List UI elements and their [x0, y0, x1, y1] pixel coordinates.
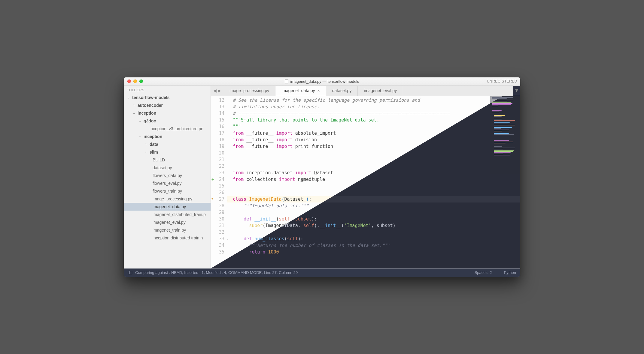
code-line[interactable]: # limitations under the License.	[227, 104, 520, 110]
chevron-down-icon[interactable]: ⌄	[127, 96, 130, 99]
status-bar: Comparing against : HEAD, Inserted : 1, …	[124, 268, 520, 277]
gutter-line-number[interactable]: 35	[211, 249, 227, 255]
gutter-line-number[interactable]: 34	[211, 242, 227, 249]
gutter-line-number[interactable]: 13	[211, 104, 227, 110]
chevron-down-icon[interactable]: ⌄	[132, 111, 136, 115]
minimap[interactable]	[490, 96, 520, 174]
gutter-line-number[interactable]: 21	[211, 156, 227, 163]
code-line[interactable]: # ======================================…	[227, 110, 520, 117]
tree-item[interactable]: image_processing.py	[124, 195, 211, 203]
code-line[interactable]: """Returns the number of classes in the …	[227, 242, 520, 249]
code-line[interactable]	[227, 163, 520, 170]
code-line[interactable]: from __future__ import absolute_import	[227, 130, 520, 136]
tree-item[interactable]: imagenet_distributed_train.p	[124, 211, 211, 218]
gutter-line-number[interactable]: 33⌄	[211, 236, 227, 242]
code-line[interactable]	[227, 189, 520, 196]
gutter-line-number[interactable]: 23	[211, 170, 227, 176]
code-line[interactable]: class ImagenetData(Dataset_):	[227, 196, 520, 202]
zoom-window-button[interactable]	[139, 80, 143, 83]
minimize-window-button[interactable]	[133, 80, 137, 83]
code-line[interactable]: from collections import namedtuple	[227, 176, 520, 183]
gutter-line-number[interactable]: 17	[211, 130, 227, 136]
code-line[interactable]: """	[227, 123, 520, 130]
tree-item[interactable]: BUILD	[124, 156, 211, 164]
tab-history-arrows[interactable]: ◀ ▶	[211, 86, 223, 96]
gutter-line-number[interactable]: 27⌄	[211, 196, 227, 202]
tree-item[interactable]: inception_v3_architecture.pn	[124, 125, 211, 133]
tree-item[interactable]: flowers_eval.py	[124, 179, 211, 187]
close-window-button[interactable]	[127, 80, 131, 83]
code-line[interactable]	[227, 209, 520, 216]
tree-item[interactable]: dataset.py	[124, 164, 211, 172]
tab-overflow-button[interactable]: ▼	[513, 86, 520, 96]
chevron-down-icon[interactable]: ⌄	[138, 119, 142, 123]
gutter-line-number[interactable]: 19	[211, 143, 227, 150]
gutter-line-number[interactable]: 31	[211, 222, 227, 229]
tree-item[interactable]: ›data	[124, 140, 211, 148]
chevron-right-icon[interactable]: ›	[144, 150, 148, 154]
tree-item[interactable]: ⌄inception	[124, 109, 211, 117]
code-line[interactable]	[227, 156, 520, 163]
tab[interactable]: dataset.py	[326, 86, 358, 96]
tree-item-label: imagenet_data.py	[153, 204, 186, 209]
tab-forward-icon[interactable]: ▶	[218, 88, 221, 93]
editor-window: imagenet_data.py — tensorflow-models UNR…	[124, 77, 520, 277]
gutter-line-number[interactable]: 18	[211, 136, 227, 143]
gutter-line-number[interactable]: 29	[211, 209, 227, 216]
spacer	[144, 127, 148, 130]
close-icon[interactable]: ×	[317, 88, 320, 93]
chevron-down-icon[interactable]: ⌄	[138, 135, 142, 138]
tree-item[interactable]: imagenet_train.py	[124, 226, 211, 234]
code-line[interactable]: def __init__(self, subset):	[227, 216, 520, 222]
code-line[interactable]: from __future__ import division	[227, 136, 520, 143]
tree-item[interactable]: imagenet_eval.py	[124, 218, 211, 226]
gutter-line-number[interactable]: 15	[211, 117, 227, 123]
gutter-line-number[interactable]: 20	[211, 150, 227, 156]
tree-item[interactable]: imagenet_data.py	[124, 203, 211, 211]
chevron-right-icon[interactable]: ›	[132, 104, 136, 107]
tree-item[interactable]: inception distributed train n	[124, 234, 211, 242]
code-line[interactable]	[227, 229, 520, 236]
fold-icon[interactable]: ⌄	[227, 236, 229, 242]
code-line[interactable]: from inception.dataset import Dataset	[227, 170, 520, 176]
code-line[interactable]	[227, 150, 520, 156]
gutter-line-number[interactable]: 14	[211, 110, 227, 117]
gutter-line-number[interactable]: 30	[211, 216, 227, 222]
tree-item[interactable]: flowers_data.py	[124, 172, 211, 179]
tree-item[interactable]: ⌄inception	[124, 133, 211, 140]
status-spaces[interactable]: Spaces: 2	[475, 270, 492, 275]
tree-item[interactable]: ›slim	[124, 148, 211, 156]
gutter-line-number[interactable]: 28	[211, 202, 227, 209]
tab-back-icon[interactable]: ◀	[213, 88, 217, 93]
gutter-line-number[interactable]: 24	[211, 176, 227, 183]
tree-item[interactable]: flowers_train.py	[124, 187, 211, 195]
gutter-line-number[interactable]: 12	[211, 97, 227, 104]
panel-icon[interactable]	[128, 271, 132, 274]
gutter-line-number[interactable]: 22	[211, 163, 227, 170]
fold-icon[interactable]: ⌄	[227, 196, 229, 202]
code-line[interactable]: return 1000	[227, 249, 520, 255]
chevron-right-icon[interactable]: ›	[144, 142, 148, 146]
tree-item[interactable]: ›autoencoder	[124, 101, 211, 109]
tree-item[interactable]: ⌄g3doc	[124, 117, 211, 125]
code-line[interactable]: super(ImagenetData, self).__init__('Imag…	[227, 222, 520, 229]
code-line[interactable]: """ImageNet data set."""	[227, 202, 520, 209]
code-line[interactable]	[227, 183, 520, 189]
code-line[interactable]: from __future__ import print_function	[227, 143, 520, 150]
tab[interactable]: imagenet_eval.py	[358, 86, 403, 96]
tab[interactable]: imagenet_data.py×	[275, 86, 326, 96]
code-line[interactable]: """Small library that points to the Imag…	[227, 117, 520, 123]
code-line[interactable]: # See the License for the specific langu…	[227, 97, 520, 104]
spacer	[147, 189, 151, 193]
gutter-line-number[interactable]: 25	[211, 183, 227, 189]
tree-item-label: dataset.py	[153, 165, 172, 170]
code-line[interactable]: def num_classes(self):	[227, 236, 520, 242]
tab[interactable]: image_processing.py	[223, 86, 275, 96]
gutter-line-number[interactable]: 32	[211, 229, 227, 236]
gutter-line-number[interactable]: 16	[211, 123, 227, 130]
gutter-line-number[interactable]: 26	[211, 189, 227, 196]
code-editor[interactable]: 12131415161718192021222324252627⌄2829303…	[211, 96, 520, 268]
tree-item[interactable]: ⌄tensorflow-models	[124, 94, 211, 101]
spacer	[147, 205, 151, 208]
status-language[interactable]: Python	[504, 270, 516, 275]
